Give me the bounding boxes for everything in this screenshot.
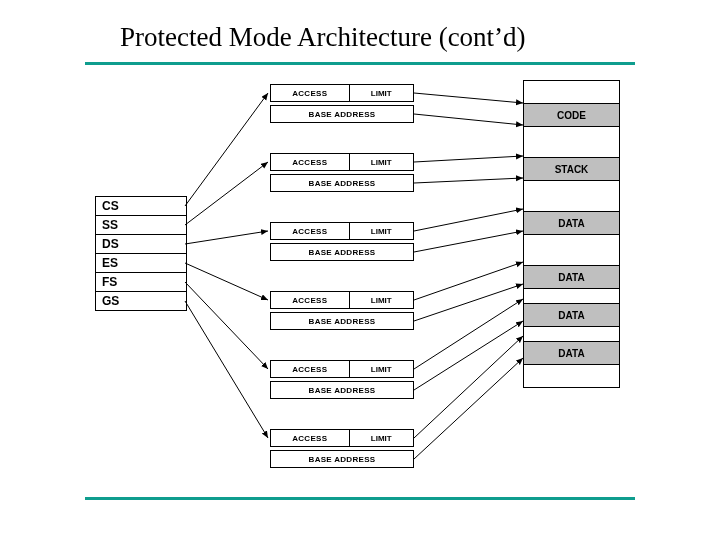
svg-line-6 [414, 93, 523, 103]
mem-gap [524, 81, 619, 104]
svg-line-9 [414, 262, 523, 300]
mem-data-1: DATA [524, 212, 619, 235]
slide-title: Protected Mode Architecture (cont’d) [120, 22, 526, 53]
desc-access-label: ACCESS [271, 292, 350, 308]
desc-base-label: BASE ADDRESS [270, 312, 414, 330]
svg-line-7 [414, 156, 523, 162]
mem-data-2: DATA [524, 266, 619, 289]
svg-line-4 [185, 282, 268, 369]
desc-base-label: BASE ADDRESS [270, 105, 414, 123]
desc-access-label: ACCESS [271, 223, 350, 239]
svg-line-0 [185, 93, 268, 206]
mem-gap [524, 327, 619, 342]
svg-line-15 [414, 284, 523, 321]
svg-line-1 [185, 162, 268, 225]
reg-ss: SS [96, 216, 186, 235]
mem-gap [524, 289, 619, 304]
svg-line-14 [414, 231, 523, 252]
descriptor-ss: ACCESS LIMIT BASE ADDRESS [270, 153, 412, 192]
svg-line-16 [414, 321, 523, 390]
svg-line-17 [414, 358, 523, 459]
mem-stack: STACK [524, 158, 619, 181]
mem-gap [524, 365, 619, 387]
reg-gs: GS [96, 292, 186, 310]
reg-ds: DS [96, 235, 186, 254]
diagram-area: CS SS DS ES FS GS ACCESS LIMIT BASE ADDR… [95, 80, 620, 500]
mem-gap [524, 181, 619, 212]
descriptor-ds: ACCESS LIMIT BASE ADDRESS [270, 222, 412, 261]
descriptor-fs: ACCESS LIMIT BASE ADDRESS [270, 360, 412, 399]
reg-fs: FS [96, 273, 186, 292]
desc-base-label: BASE ADDRESS [270, 450, 414, 468]
svg-line-3 [185, 263, 268, 300]
mem-data-3: DATA [524, 304, 619, 327]
desc-limit-label: LIMIT [350, 223, 413, 239]
segment-register-table: CS SS DS ES FS GS [95, 196, 187, 311]
descriptor-gs: ACCESS LIMIT BASE ADDRESS [270, 429, 412, 468]
desc-access-label: ACCESS [271, 85, 350, 101]
desc-base-label: BASE ADDRESS [270, 243, 414, 261]
desc-access-label: ACCESS [271, 361, 350, 377]
desc-limit-label: LIMIT [350, 85, 413, 101]
divider-top [85, 62, 635, 65]
svg-line-5 [185, 301, 268, 438]
svg-line-12 [414, 114, 523, 125]
svg-line-2 [185, 231, 268, 244]
desc-access-label: ACCESS [271, 154, 350, 170]
svg-line-11 [414, 336, 523, 438]
svg-line-10 [414, 299, 523, 369]
descriptor-es: ACCESS LIMIT BASE ADDRESS [270, 291, 412, 330]
mem-code: CODE [524, 104, 619, 127]
desc-limit-label: LIMIT [350, 430, 413, 446]
desc-limit-label: LIMIT [350, 361, 413, 377]
desc-limit-label: LIMIT [350, 292, 413, 308]
svg-line-8 [414, 209, 523, 231]
desc-base-label: BASE ADDRESS [270, 381, 414, 399]
mem-gap [524, 235, 619, 266]
desc-base-label: BASE ADDRESS [270, 174, 414, 192]
mem-gap [524, 127, 619, 158]
descriptor-cs: ACCESS LIMIT BASE ADDRESS [270, 84, 412, 123]
desc-limit-label: LIMIT [350, 154, 413, 170]
mem-data-4: DATA [524, 342, 619, 365]
memory-column: CODE STACK DATA DATA DATA DATA [523, 80, 620, 388]
desc-access-label: ACCESS [271, 430, 350, 446]
svg-line-13 [414, 178, 523, 183]
reg-es: ES [96, 254, 186, 273]
reg-cs: CS [96, 197, 186, 216]
